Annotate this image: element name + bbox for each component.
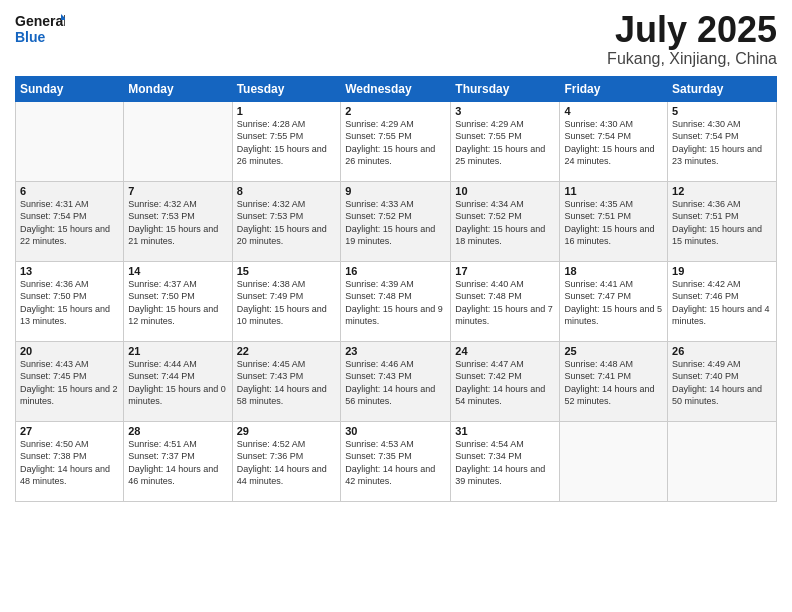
calendar-week-row: 1 Sunrise: 4:28 AMSunset: 7:55 PMDayligh… bbox=[16, 101, 777, 181]
page: General Blue July 2025 Fukang, Xinjiang,… bbox=[0, 0, 792, 612]
day-number: 5 bbox=[672, 105, 772, 117]
calendar-day-cell: 27 Sunrise: 4:50 AMSunset: 7:38 PMDaylig… bbox=[16, 421, 124, 501]
calendar-day-cell: 30 Sunrise: 4:53 AMSunset: 7:35 PMDaylig… bbox=[341, 421, 451, 501]
day-info: Sunrise: 4:29 AMSunset: 7:55 PMDaylight:… bbox=[455, 118, 555, 168]
day-number: 26 bbox=[672, 345, 772, 357]
calendar-day-cell bbox=[16, 101, 124, 181]
calendar-day-cell: 21 Sunrise: 4:44 AMSunset: 7:44 PMDaylig… bbox=[124, 341, 232, 421]
day-number: 8 bbox=[237, 185, 337, 197]
main-title: July 2025 bbox=[607, 10, 777, 50]
day-info: Sunrise: 4:47 AMSunset: 7:42 PMDaylight:… bbox=[455, 358, 555, 408]
day-number: 10 bbox=[455, 185, 555, 197]
calendar-day-cell: 19 Sunrise: 4:42 AMSunset: 7:46 PMDaylig… bbox=[668, 261, 777, 341]
day-number: 18 bbox=[564, 265, 663, 277]
day-number: 6 bbox=[20, 185, 119, 197]
calendar-day-cell bbox=[668, 421, 777, 501]
day-info: Sunrise: 4:50 AMSunset: 7:38 PMDaylight:… bbox=[20, 438, 119, 488]
calendar-day-cell: 28 Sunrise: 4:51 AMSunset: 7:37 PMDaylig… bbox=[124, 421, 232, 501]
calendar-day-cell: 20 Sunrise: 4:43 AMSunset: 7:45 PMDaylig… bbox=[16, 341, 124, 421]
calendar-day-cell: 1 Sunrise: 4:28 AMSunset: 7:55 PMDayligh… bbox=[232, 101, 341, 181]
col-sunday: Sunday bbox=[16, 76, 124, 101]
day-number: 7 bbox=[128, 185, 227, 197]
subtitle: Fukang, Xinjiang, China bbox=[607, 50, 777, 68]
svg-text:General: General bbox=[15, 13, 65, 29]
day-number: 28 bbox=[128, 425, 227, 437]
col-tuesday: Tuesday bbox=[232, 76, 341, 101]
day-number: 1 bbox=[237, 105, 337, 117]
day-info: Sunrise: 4:32 AMSunset: 7:53 PMDaylight:… bbox=[237, 198, 337, 248]
day-number: 27 bbox=[20, 425, 119, 437]
day-number: 30 bbox=[345, 425, 446, 437]
calendar-day-cell: 29 Sunrise: 4:52 AMSunset: 7:36 PMDaylig… bbox=[232, 421, 341, 501]
calendar-day-cell: 18 Sunrise: 4:41 AMSunset: 7:47 PMDaylig… bbox=[560, 261, 668, 341]
calendar-day-cell: 5 Sunrise: 4:30 AMSunset: 7:54 PMDayligh… bbox=[668, 101, 777, 181]
day-info: Sunrise: 4:49 AMSunset: 7:40 PMDaylight:… bbox=[672, 358, 772, 408]
calendar-day-cell: 15 Sunrise: 4:38 AMSunset: 7:49 PMDaylig… bbox=[232, 261, 341, 341]
day-info: Sunrise: 4:46 AMSunset: 7:43 PMDaylight:… bbox=[345, 358, 446, 408]
day-number: 13 bbox=[20, 265, 119, 277]
calendar-table: Sunday Monday Tuesday Wednesday Thursday… bbox=[15, 76, 777, 502]
calendar-day-cell: 12 Sunrise: 4:36 AMSunset: 7:51 PMDaylig… bbox=[668, 181, 777, 261]
calendar-week-row: 13 Sunrise: 4:36 AMSunset: 7:50 PMDaylig… bbox=[16, 261, 777, 341]
calendar-day-cell: 2 Sunrise: 4:29 AMSunset: 7:55 PMDayligh… bbox=[341, 101, 451, 181]
calendar-day-cell: 3 Sunrise: 4:29 AMSunset: 7:55 PMDayligh… bbox=[451, 101, 560, 181]
day-info: Sunrise: 4:35 AMSunset: 7:51 PMDaylight:… bbox=[564, 198, 663, 248]
col-saturday: Saturday bbox=[668, 76, 777, 101]
day-number: 19 bbox=[672, 265, 772, 277]
calendar-day-cell: 4 Sunrise: 4:30 AMSunset: 7:54 PMDayligh… bbox=[560, 101, 668, 181]
calendar-day-cell bbox=[124, 101, 232, 181]
day-info: Sunrise: 4:39 AMSunset: 7:48 PMDaylight:… bbox=[345, 278, 446, 328]
day-info: Sunrise: 4:30 AMSunset: 7:54 PMDaylight:… bbox=[564, 118, 663, 168]
col-friday: Friday bbox=[560, 76, 668, 101]
calendar-day-cell: 31 Sunrise: 4:54 AMSunset: 7:34 PMDaylig… bbox=[451, 421, 560, 501]
calendar-day-cell: 10 Sunrise: 4:34 AMSunset: 7:52 PMDaylig… bbox=[451, 181, 560, 261]
day-number: 22 bbox=[237, 345, 337, 357]
day-number: 23 bbox=[345, 345, 446, 357]
col-thursday: Thursday bbox=[451, 76, 560, 101]
calendar-day-cell: 14 Sunrise: 4:37 AMSunset: 7:50 PMDaylig… bbox=[124, 261, 232, 341]
col-monday: Monday bbox=[124, 76, 232, 101]
day-info: Sunrise: 4:37 AMSunset: 7:50 PMDaylight:… bbox=[128, 278, 227, 328]
day-number: 15 bbox=[237, 265, 337, 277]
title-block: July 2025 Fukang, Xinjiang, China bbox=[607, 10, 777, 68]
day-info: Sunrise: 4:54 AMSunset: 7:34 PMDaylight:… bbox=[455, 438, 555, 488]
day-info: Sunrise: 4:44 AMSunset: 7:44 PMDaylight:… bbox=[128, 358, 227, 408]
day-number: 12 bbox=[672, 185, 772, 197]
calendar-day-cell: 25 Sunrise: 4:48 AMSunset: 7:41 PMDaylig… bbox=[560, 341, 668, 421]
calendar-day-cell: 9 Sunrise: 4:33 AMSunset: 7:52 PMDayligh… bbox=[341, 181, 451, 261]
day-info: Sunrise: 4:28 AMSunset: 7:55 PMDaylight:… bbox=[237, 118, 337, 168]
day-number: 29 bbox=[237, 425, 337, 437]
day-info: Sunrise: 4:32 AMSunset: 7:53 PMDaylight:… bbox=[128, 198, 227, 248]
day-info: Sunrise: 4:45 AMSunset: 7:43 PMDaylight:… bbox=[237, 358, 337, 408]
day-number: 14 bbox=[128, 265, 227, 277]
day-number: 17 bbox=[455, 265, 555, 277]
day-info: Sunrise: 4:40 AMSunset: 7:48 PMDaylight:… bbox=[455, 278, 555, 328]
day-number: 16 bbox=[345, 265, 446, 277]
day-number: 20 bbox=[20, 345, 119, 357]
day-info: Sunrise: 4:43 AMSunset: 7:45 PMDaylight:… bbox=[20, 358, 119, 408]
logo: General Blue bbox=[15, 10, 65, 48]
day-info: Sunrise: 4:41 AMSunset: 7:47 PMDaylight:… bbox=[564, 278, 663, 328]
day-info: Sunrise: 4:53 AMSunset: 7:35 PMDaylight:… bbox=[345, 438, 446, 488]
col-wednesday: Wednesday bbox=[341, 76, 451, 101]
logo-svg: General Blue bbox=[15, 10, 65, 48]
day-number: 25 bbox=[564, 345, 663, 357]
calendar-day-cell: 13 Sunrise: 4:36 AMSunset: 7:50 PMDaylig… bbox=[16, 261, 124, 341]
calendar-day-cell: 11 Sunrise: 4:35 AMSunset: 7:51 PMDaylig… bbox=[560, 181, 668, 261]
day-number: 2 bbox=[345, 105, 446, 117]
day-number: 21 bbox=[128, 345, 227, 357]
day-number: 3 bbox=[455, 105, 555, 117]
calendar-header-row: Sunday Monday Tuesday Wednesday Thursday… bbox=[16, 76, 777, 101]
day-info: Sunrise: 4:31 AMSunset: 7:54 PMDaylight:… bbox=[20, 198, 119, 248]
header: General Blue July 2025 Fukang, Xinjiang,… bbox=[15, 10, 777, 68]
day-number: 31 bbox=[455, 425, 555, 437]
calendar-week-row: 27 Sunrise: 4:50 AMSunset: 7:38 PMDaylig… bbox=[16, 421, 777, 501]
day-number: 4 bbox=[564, 105, 663, 117]
calendar-week-row: 6 Sunrise: 4:31 AMSunset: 7:54 PMDayligh… bbox=[16, 181, 777, 261]
day-number: 11 bbox=[564, 185, 663, 197]
day-info: Sunrise: 4:36 AMSunset: 7:51 PMDaylight:… bbox=[672, 198, 772, 248]
day-info: Sunrise: 4:29 AMSunset: 7:55 PMDaylight:… bbox=[345, 118, 446, 168]
day-info: Sunrise: 4:48 AMSunset: 7:41 PMDaylight:… bbox=[564, 358, 663, 408]
calendar-day-cell: 8 Sunrise: 4:32 AMSunset: 7:53 PMDayligh… bbox=[232, 181, 341, 261]
day-info: Sunrise: 4:30 AMSunset: 7:54 PMDaylight:… bbox=[672, 118, 772, 168]
